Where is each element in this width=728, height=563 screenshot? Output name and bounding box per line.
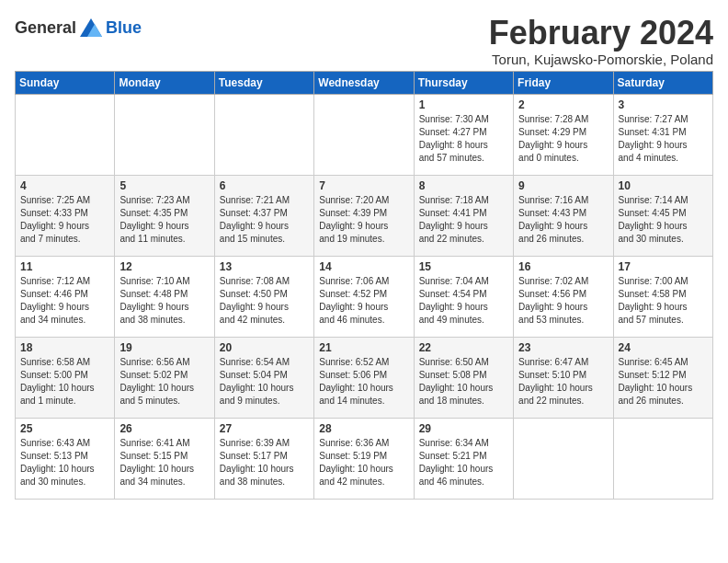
calendar-cell <box>16 94 115 175</box>
day-number: 22 <box>419 341 508 354</box>
day-number: 23 <box>518 341 608 354</box>
calendar-cell: 25Sunrise: 6:43 AMSunset: 5:13 PMDayligh… <box>16 418 115 499</box>
day-number: 28 <box>319 422 408 435</box>
day-number: 13 <box>220 260 309 273</box>
day-detail: Sunrise: 7:10 AMSunset: 4:48 PMDaylight:… <box>119 275 209 327</box>
day-detail: Sunrise: 6:54 AMSunset: 5:04 PMDaylight:… <box>220 356 309 408</box>
calendar-cell: 5Sunrise: 7:23 AMSunset: 4:35 PMDaylight… <box>115 175 214 256</box>
logo: GeneralBlue <box>15 15 142 40</box>
day-number: 10 <box>619 179 708 192</box>
day-number: 15 <box>419 260 508 273</box>
day-number: 8 <box>419 179 508 192</box>
day-detail: Sunrise: 6:58 AMSunset: 5:00 PMDaylight:… <box>20 356 109 408</box>
calendar-cell: 2Sunrise: 7:28 AMSunset: 4:29 PMDaylight… <box>514 94 613 175</box>
day-detail: Sunrise: 7:14 AMSunset: 4:45 PMDaylight:… <box>619 194 708 246</box>
day-detail: Sunrise: 6:47 AMSunset: 5:10 PMDaylight:… <box>518 356 608 408</box>
calendar-cell: 26Sunrise: 6:41 AMSunset: 5:15 PMDayligh… <box>115 418 214 499</box>
calendar-cell: 16Sunrise: 7:02 AMSunset: 4:56 PMDayligh… <box>514 256 613 337</box>
day-detail: Sunrise: 7:21 AMSunset: 4:37 PMDaylight:… <box>220 194 309 246</box>
title-block: February 2024 Torun, Kujawsko-Pomorskie,… <box>489 15 713 67</box>
calendar-cell: 15Sunrise: 7:04 AMSunset: 4:54 PMDayligh… <box>414 256 513 337</box>
month-title: February 2024 <box>489 15 713 52</box>
day-detail: Sunrise: 7:16 AMSunset: 4:43 PMDaylight:… <box>518 194 608 246</box>
day-number: 12 <box>119 260 209 273</box>
day-number: 3 <box>619 98 708 111</box>
day-detail: Sunrise: 6:36 AMSunset: 5:19 PMDaylight:… <box>319 437 408 488</box>
day-number: 25 <box>20 422 109 435</box>
calendar-cell <box>314 94 414 175</box>
col-header-thursday: Thursday <box>414 71 513 94</box>
day-number: 19 <box>119 341 209 354</box>
day-detail: Sunrise: 6:39 AMSunset: 5:17 PMDaylight:… <box>220 437 309 488</box>
day-number: 7 <box>319 179 408 192</box>
day-number: 20 <box>220 341 309 354</box>
calendar-cell: 10Sunrise: 7:14 AMSunset: 4:45 PMDayligh… <box>613 175 712 256</box>
day-number: 21 <box>319 341 408 354</box>
calendar-cell: 3Sunrise: 7:27 AMSunset: 4:31 PMDaylight… <box>613 94 712 175</box>
calendar-cell: 17Sunrise: 7:00 AMSunset: 4:58 PMDayligh… <box>613 256 712 337</box>
calendar-cell: 27Sunrise: 6:39 AMSunset: 5:17 PMDayligh… <box>214 418 313 499</box>
calendar-cell: 1Sunrise: 7:30 AMSunset: 4:27 PMDaylight… <box>414 94 513 175</box>
day-number: 9 <box>518 179 608 192</box>
day-detail: Sunrise: 7:23 AMSunset: 4:35 PMDaylight:… <box>119 194 209 246</box>
day-detail: Sunrise: 7:30 AMSunset: 4:27 PMDaylight:… <box>419 113 508 165</box>
calendar-table: SundayMondayTuesdayWednesdayThursdayFrid… <box>15 71 713 500</box>
day-number: 5 <box>119 179 209 192</box>
calendar-cell: 14Sunrise: 7:06 AMSunset: 4:52 PMDayligh… <box>314 256 414 337</box>
day-detail: Sunrise: 7:02 AMSunset: 4:56 PMDaylight:… <box>518 275 608 327</box>
day-number: 17 <box>619 260 708 273</box>
calendar-cell: 12Sunrise: 7:10 AMSunset: 4:48 PMDayligh… <box>115 256 214 337</box>
day-detail: Sunrise: 7:18 AMSunset: 4:41 PMDaylight:… <box>419 194 508 246</box>
col-header-tuesday: Tuesday <box>214 71 313 94</box>
calendar-cell: 13Sunrise: 7:08 AMSunset: 4:50 PMDayligh… <box>214 256 313 337</box>
day-detail: Sunrise: 7:00 AMSunset: 4:58 PMDaylight:… <box>619 275 708 327</box>
calendar-cell: 20Sunrise: 6:54 AMSunset: 5:04 PMDayligh… <box>214 337 313 418</box>
calendar-cell: 9Sunrise: 7:16 AMSunset: 4:43 PMDaylight… <box>514 175 613 256</box>
calendar-cell: 4Sunrise: 7:25 AMSunset: 4:33 PMDaylight… <box>16 175 115 256</box>
calendar-cell: 21Sunrise: 6:52 AMSunset: 5:06 PMDayligh… <box>314 337 414 418</box>
day-detail: Sunrise: 7:12 AMSunset: 4:46 PMDaylight:… <box>20 275 109 327</box>
day-number: 14 <box>319 260 408 273</box>
calendar-cell <box>613 418 712 499</box>
col-header-saturday: Saturday <box>613 71 712 94</box>
day-number: 24 <box>619 341 708 354</box>
day-detail: Sunrise: 7:25 AMSunset: 4:33 PMDaylight:… <box>20 194 109 246</box>
calendar-cell: 29Sunrise: 6:34 AMSunset: 5:21 PMDayligh… <box>414 418 513 499</box>
day-number: 6 <box>220 179 309 192</box>
logo-icon <box>76 15 106 40</box>
calendar-cell: 28Sunrise: 6:36 AMSunset: 5:19 PMDayligh… <box>314 418 414 499</box>
col-header-wednesday: Wednesday <box>314 71 414 94</box>
calendar-cell <box>514 418 613 499</box>
day-detail: Sunrise: 6:45 AMSunset: 5:12 PMDaylight:… <box>619 356 708 408</box>
calendar-cell: 18Sunrise: 6:58 AMSunset: 5:00 PMDayligh… <box>16 337 115 418</box>
day-number: 4 <box>20 179 109 192</box>
day-detail: Sunrise: 7:04 AMSunset: 4:54 PMDaylight:… <box>419 275 508 327</box>
calendar-cell <box>115 94 214 175</box>
calendar-cell: 23Sunrise: 6:47 AMSunset: 5:10 PMDayligh… <box>514 337 613 418</box>
day-detail: Sunrise: 7:08 AMSunset: 4:50 PMDaylight:… <box>220 275 309 327</box>
day-detail: Sunrise: 6:34 AMSunset: 5:21 PMDaylight:… <box>419 437 508 488</box>
day-number: 1 <box>419 98 508 111</box>
day-detail: Sunrise: 6:50 AMSunset: 5:08 PMDaylight:… <box>419 356 508 408</box>
day-detail: Sunrise: 6:43 AMSunset: 5:13 PMDaylight:… <box>20 437 109 488</box>
day-detail: Sunrise: 6:41 AMSunset: 5:15 PMDaylight:… <box>119 437 209 488</box>
location-subtitle: Torun, Kujawsko-Pomorskie, Poland <box>489 52 713 67</box>
calendar-cell <box>214 94 313 175</box>
day-number: 29 <box>419 422 508 435</box>
calendar-cell: 11Sunrise: 7:12 AMSunset: 4:46 PMDayligh… <box>16 256 115 337</box>
calendar-cell: 7Sunrise: 7:20 AMSunset: 4:39 PMDaylight… <box>314 175 414 256</box>
day-detail: Sunrise: 7:28 AMSunset: 4:29 PMDaylight:… <box>518 113 608 165</box>
day-detail: Sunrise: 6:56 AMSunset: 5:02 PMDaylight:… <box>119 356 209 408</box>
day-number: 18 <box>20 341 109 354</box>
day-number: 2 <box>518 98 608 111</box>
day-detail: Sunrise: 7:27 AMSunset: 4:31 PMDaylight:… <box>619 113 708 165</box>
day-number: 16 <box>518 260 608 273</box>
calendar-cell: 19Sunrise: 6:56 AMSunset: 5:02 PMDayligh… <box>115 337 214 418</box>
day-detail: Sunrise: 7:20 AMSunset: 4:39 PMDaylight:… <box>319 194 408 246</box>
calendar-cell: 22Sunrise: 6:50 AMSunset: 5:08 PMDayligh… <box>414 337 513 418</box>
col-header-friday: Friday <box>514 71 613 94</box>
day-number: 27 <box>220 422 309 435</box>
day-detail: Sunrise: 7:06 AMSunset: 4:52 PMDaylight:… <box>319 275 408 327</box>
logo-text-general: General <box>15 18 76 38</box>
calendar-cell: 24Sunrise: 6:45 AMSunset: 5:12 PMDayligh… <box>613 337 712 418</box>
